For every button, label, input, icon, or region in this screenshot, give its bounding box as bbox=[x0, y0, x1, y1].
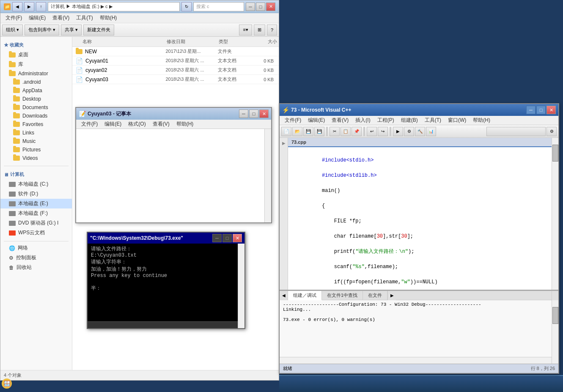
vc-dropdown[interactable] bbox=[486, 127, 546, 136]
vc-minimize[interactable]: ─ bbox=[526, 106, 536, 114]
search-box[interactable]: 搜索 c bbox=[193, 2, 244, 11]
notepad-menu-edit[interactable]: 编辑(E) bbox=[101, 120, 125, 129]
organize-button[interactable]: 组织 ▾ bbox=[2, 25, 23, 36]
vc-tool-copy[interactable]: 📋 bbox=[341, 127, 351, 136]
col-size[interactable]: 大小 bbox=[251, 38, 277, 45]
console-hscrollbar[interactable] bbox=[88, 321, 238, 328]
vc-tool-build2[interactable]: ⚙ bbox=[404, 127, 414, 136]
menu-edit[interactable]: 编辑(E) bbox=[25, 14, 49, 22]
vc-menu-build[interactable]: 组建(B) bbox=[398, 116, 421, 125]
output-right-scroll[interactable]: ▶ bbox=[387, 291, 396, 300]
sidebar-item-drive-c[interactable]: 本地磁盘 (C:) bbox=[0, 179, 72, 189]
vc-menu-file[interactable]: 文件(F) bbox=[281, 116, 305, 125]
file-row-cyuyan02[interactable]: 📄 cyuyan02 2018\2\3 星期六 ... 文本文档 0 KB bbox=[72, 66, 279, 75]
address-bar[interactable]: 计算机 ▶ 本地磁盘 (E:) ▶ c ▶ bbox=[48, 2, 180, 11]
help-btn[interactable]: ? bbox=[267, 25, 277, 36]
sidebar-item-desktop2[interactable]: Desktop bbox=[0, 95, 72, 103]
sidebar-item-music[interactable]: Music bbox=[0, 137, 72, 145]
menu-tools[interactable]: 工具(T) bbox=[73, 14, 96, 22]
share-button[interactable]: 共享 ▾ bbox=[61, 25, 82, 36]
vc-tool-paste[interactable]: 📌 bbox=[352, 127, 362, 136]
close-button[interactable]: ✕ bbox=[266, 3, 275, 11]
menu-help[interactable]: 帮助(H) bbox=[96, 14, 121, 22]
output-tab-find1[interactable]: 在文件1中查找 bbox=[322, 291, 363, 300]
notepad-maximize[interactable]: □ bbox=[249, 110, 258, 118]
output-tab-find2[interactable]: 在文件 bbox=[363, 291, 387, 300]
notepad-menu-format[interactable]: 格式(O) bbox=[125, 120, 149, 129]
vc-tool-undo[interactable]: ↩ bbox=[367, 127, 377, 136]
back-button[interactable]: ◀ bbox=[12, 2, 22, 11]
sidebar-item-network[interactable]: 🌐 网络 bbox=[0, 243, 72, 253]
maximize-button[interactable]: □ bbox=[256, 3, 265, 11]
sidebar-item-drive-d[interactable]: 软件 (D:) bbox=[0, 189, 72, 199]
vc-tool-extra[interactable]: ⚙ bbox=[547, 127, 557, 136]
code-tab[interactable]: 73.cpp bbox=[288, 138, 558, 147]
vc-tool-open[interactable]: 📂 bbox=[292, 127, 302, 136]
notepad-menu-help[interactable]: 帮助(H) bbox=[173, 120, 197, 129]
notepad-menu-view[interactable]: 查看(V) bbox=[149, 120, 173, 129]
vc-tool-save2[interactable]: 💾 bbox=[314, 127, 324, 136]
menu-view[interactable]: 查看(V) bbox=[49, 14, 73, 22]
col-date[interactable]: 修改日期 bbox=[167, 38, 219, 45]
vc-tool-build3[interactable]: 🔨 bbox=[415, 127, 425, 136]
vc-maximize[interactable]: □ bbox=[536, 106, 546, 114]
vc-tool-new[interactable]: 📄 bbox=[281, 127, 291, 136]
vc-menu-window[interactable]: 窗口(W) bbox=[445, 116, 470, 125]
sidebar-item-drive-g[interactable]: DVD 驱动器 (G:) I bbox=[0, 218, 72, 228]
sidebar-item-android[interactable]: .android bbox=[0, 78, 72, 86]
vc-menu-view[interactable]: 查看(V) bbox=[328, 116, 352, 125]
output-scrollbar[interactable] bbox=[552, 300, 558, 364]
vc-editor-scrollbar[interactable] bbox=[552, 138, 558, 290]
file-row-cyuyan03[interactable]: 📄 Cyuyan03 2018\2\3 星期六 ... 文本文档 0 KB bbox=[72, 75, 279, 84]
details-view-button[interactable]: ⊞ bbox=[254, 25, 265, 36]
console-maximize[interactable]: □ bbox=[222, 234, 232, 242]
sidebar-item-administrator[interactable]: Administrator bbox=[0, 69, 72, 78]
sidebar-item-favorites[interactable]: Favorites bbox=[0, 120, 72, 129]
vc-menu-tools[interactable]: 工具(T) bbox=[421, 116, 445, 125]
output-tab-build[interactable]: 组建／调试 bbox=[288, 291, 322, 300]
notepad-menu-file[interactable]: 文件(F) bbox=[78, 120, 101, 129]
file-row-cyuyan01[interactable]: 📄 Cyuyan01 2018\2\3 星期六 ... 文本文档 0 KB bbox=[72, 56, 279, 66]
vc-tool-save[interactable]: 💾 bbox=[303, 127, 313, 136]
notepad-textarea[interactable] bbox=[76, 129, 271, 222]
sidebar-item-recycle-bin[interactable]: 🗑 回收站 bbox=[0, 263, 72, 272]
console-minimize[interactable]: ─ bbox=[212, 234, 222, 242]
vc-menu-edit[interactable]: 编辑(E) bbox=[305, 116, 328, 125]
col-name[interactable]: 名称 bbox=[74, 38, 167, 45]
console-scrollbar[interactable] bbox=[238, 244, 244, 328]
vc-menu-insert[interactable]: 插入(I) bbox=[352, 116, 374, 125]
vc-menu-help[interactable]: 帮助(H) bbox=[470, 116, 494, 125]
start-orb[interactable]: 🪟 bbox=[2, 378, 12, 389]
up-button[interactable]: ↑ bbox=[36, 2, 46, 11]
notepad-scrollbar[interactable] bbox=[264, 129, 271, 222]
vc-close[interactable]: ✕ bbox=[547, 106, 556, 114]
output-scrollbar-btn[interactable] bbox=[552, 291, 558, 300]
refresh-button[interactable]: ↻ bbox=[181, 2, 192, 11]
sidebar-item-drive-f[interactable]: 本地磁盘 (F:) bbox=[0, 208, 72, 218]
vc-tool-build1[interactable]: ▶ bbox=[393, 127, 403, 136]
new-folder-button[interactable]: 新建文件夹 bbox=[83, 25, 114, 36]
vc-tool-build4[interactable]: 📊 bbox=[426, 127, 436, 136]
notepad-minimize[interactable]: ─ bbox=[239, 110, 248, 118]
sidebar-item-wps[interactable]: WPS云文档 bbox=[0, 228, 72, 238]
col-type[interactable]: 类型 bbox=[219, 38, 251, 45]
code-content[interactable]: #include<stdio.h> #include<stdlib.h> mai… bbox=[288, 147, 558, 290]
sidebar-item-documents[interactable]: Documents bbox=[0, 103, 72, 112]
sidebar-item-desktop[interactable]: 桌面 bbox=[0, 50, 72, 60]
sidebar-item-drive-e[interactable]: 本地磁盘 (E:) bbox=[0, 199, 72, 208]
console-close[interactable]: ✕ bbox=[233, 234, 242, 242]
view-button[interactable]: ≡▾ bbox=[239, 25, 252, 36]
vc-menu-project[interactable]: 工程(P) bbox=[374, 116, 398, 125]
sidebar-item-links[interactable]: Links bbox=[0, 129, 72, 137]
sidebar-item-pictures[interactable]: Pictures bbox=[0, 145, 72, 154]
vc-tool-cut[interactable]: ✂ bbox=[330, 127, 340, 136]
minimize-button[interactable]: ─ bbox=[246, 3, 255, 11]
sidebar-item-downloads[interactable]: Downloads bbox=[0, 112, 72, 120]
forward-button[interactable]: ▶ bbox=[24, 2, 34, 11]
sidebar-item-library[interactable]: 库 bbox=[0, 60, 72, 69]
sidebar-item-appdata[interactable]: AppData bbox=[0, 86, 72, 95]
sidebar-item-control-panel[interactable]: ⚙ 控制面板 bbox=[0, 253, 72, 263]
include-library-button[interactable]: 包含到库中 ▾ bbox=[25, 25, 59, 36]
output-hscrollbar[interactable] bbox=[280, 357, 552, 364]
output-left-scroll[interactable]: ◀ bbox=[280, 291, 288, 300]
